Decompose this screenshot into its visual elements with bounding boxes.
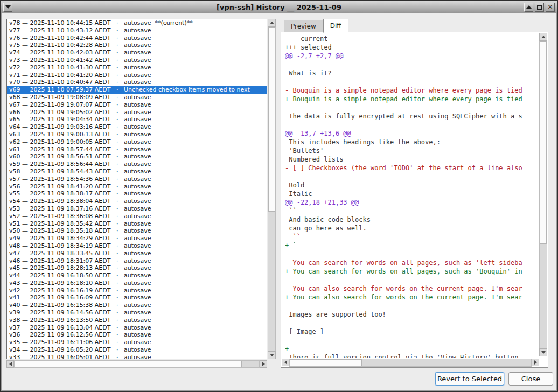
scrollbar-trough[interactable] bbox=[289, 359, 532, 367]
arrow-right-icon bbox=[534, 360, 537, 365]
list-item[interactable]: v77 — 2025-11-10 10:43:12 AEDT · autosav… bbox=[7, 27, 267, 34]
list-item[interactable]: v55 — 2025-11-09 18:38:17 AEDT · autosav… bbox=[7, 190, 267, 198]
scroll-up-button[interactable] bbox=[268, 19, 276, 27]
list-item[interactable]: v47 — 2025-11-09 18:33:45 AEDT · autosav… bbox=[7, 250, 267, 257]
tab-preview[interactable]: Preview bbox=[284, 20, 323, 32]
list-item[interactable]: v66 — 2025-11-09 19:05:02 AEDT · autosav… bbox=[7, 109, 267, 116]
diff-line: Italic bbox=[285, 190, 538, 198]
version-list-vertical-scrollbar[interactable] bbox=[268, 19, 276, 359]
list-item[interactable]: v46 — 2025-11-09 18:31:07 AEDT · autosav… bbox=[7, 257, 267, 265]
list-item[interactable]: v72 — 2025-11-10 10:41:30 AEDT · autosav… bbox=[7, 64, 267, 72]
list-item[interactable]: v67 — 2025-11-09 19:07:07 AEDT · autosav… bbox=[7, 101, 267, 109]
list-item[interactable]: v49 — 2025-11-09 18:34:29 AEDT · autosav… bbox=[7, 235, 267, 242]
list-item[interactable]: v71 — 2025-11-10 10:41:20 AEDT · autosav… bbox=[7, 72, 267, 79]
list-item[interactable]: v59 — 2025-11-09 18:56:44 AEDT · autosav… bbox=[7, 160, 267, 168]
maximize-button[interactable] bbox=[535, 3, 544, 12]
diff-horizontal-scrollbar[interactable] bbox=[282, 359, 539, 367]
list-item[interactable]: v61 — 2025-11-09 18:57:44 AEDT · autosav… bbox=[7, 146, 267, 153]
scrollbar-thumb[interactable] bbox=[15, 361, 242, 367]
close-icon: ✕ bbox=[547, 4, 553, 10]
shade-button[interactable] bbox=[524, 3, 533, 12]
list-item[interactable]: v42 — 2025-11-09 16:16:19 AEDT · autosav… bbox=[7, 287, 267, 295]
scrollbar-trough[interactable] bbox=[539, 41, 547, 348]
list-item[interactable]: v41 — 2025-11-09 16:16:09 AEDT · autosav… bbox=[7, 294, 267, 302]
list-item[interactable]: v56 — 2025-11-09 18:41:20 AEDT · autosav… bbox=[7, 183, 267, 191]
scrollbar-thumb[interactable] bbox=[268, 27, 275, 212]
diff-line: The data is fully encrypted at rest usin… bbox=[285, 112, 538, 121]
diff-line: --- current bbox=[285, 34, 538, 43]
diff-text[interactable]: --- current+++ selected@@ -2,7 +2,7 @@ W… bbox=[285, 34, 538, 358]
list-item[interactable]: v62 — 2025-11-09 19:00:05 AEDT · autosav… bbox=[7, 138, 267, 146]
list-item[interactable]: v38 — 2025-11-09 16:13:50 AEDT · autosav… bbox=[7, 317, 267, 324]
scroll-left-button[interactable] bbox=[282, 359, 289, 366]
history-window: [vpn-ssh] History __ 2025-11-09 ✕ v78 — … bbox=[0, 0, 558, 392]
diff-line bbox=[285, 319, 538, 327]
list-item[interactable]: v43 — 2025-11-09 16:18:10 AEDT · autosav… bbox=[7, 279, 267, 287]
scroll-right-button[interactable] bbox=[532, 359, 539, 366]
list-item[interactable]: v34 — 2025-11-09 16:05:20 AEDT · autosav… bbox=[7, 346, 267, 354]
list-item[interactable]: v58 — 2025-11-09 18:54:43 AEDT · autosav… bbox=[7, 168, 267, 176]
diff-line: - Bouquin is a simple notepad editor whe… bbox=[285, 86, 538, 95]
close-button[interactable]: Close bbox=[508, 372, 553, 386]
list-item[interactable]: v73 — 2025-11-10 10:41:42 AEDT · autosav… bbox=[7, 57, 267, 64]
list-item[interactable]: v57 — 2025-11-09 18:54:36 AEDT · autosav… bbox=[7, 176, 267, 183]
revert-to-selected-button[interactable]: Revert to Selected bbox=[435, 372, 504, 386]
list-item[interactable]: v76 — 2025-11-10 10:42:44 AEDT · autosav… bbox=[7, 34, 267, 42]
list-item[interactable]: v78 — 2025-11-10 10:44:15 AEDT · autosav… bbox=[7, 19, 267, 27]
maximize-icon bbox=[537, 5, 542, 10]
diff-line: can go here as well. bbox=[285, 224, 538, 233]
list-item[interactable]: v52 — 2025-11-09 18:36:08 AEDT · autosav… bbox=[7, 213, 267, 220]
list-item[interactable]: v60 — 2025-11-09 18:56:51 AEDT · autosav… bbox=[7, 153, 267, 160]
diff-panel: --- current+++ selected@@ -2,7 +2,7 @@ W… bbox=[281, 32, 548, 368]
list-item[interactable]: v70 — 2025-11-10 10:40:47 AEDT · autosav… bbox=[7, 79, 267, 86]
titlebar[interactable]: [vpn-ssh] History __ 2025-11-09 ✕ bbox=[1, 1, 557, 13]
list-item[interactable]: v64 — 2025-11-09 19:03:16 AEDT · autosav… bbox=[7, 123, 267, 131]
list-item[interactable]: v51 — 2025-11-09 18:35:42 AEDT · autosav… bbox=[7, 220, 267, 228]
list-item[interactable]: v48 — 2025-11-09 18:34:19 AEDT · autosav… bbox=[7, 242, 267, 250]
list-item[interactable]: v44 — 2025-11-09 16:18:50 AEDT · autosav… bbox=[7, 272, 267, 279]
list-item[interactable]: v36 — 2025-11-09 16:12:56 AEDT · autosav… bbox=[7, 331, 267, 339]
diff-line: And basic code blocks bbox=[285, 215, 538, 224]
version-list-horizontal-scrollbar[interactable] bbox=[6, 360, 267, 368]
list-item[interactable]: v50 — 2025-11-09 18:35:18 AEDT · autosav… bbox=[7, 227, 267, 235]
list-item[interactable]: v74 — 2025-11-10 10:42:03 AEDT · autosav… bbox=[7, 49, 267, 57]
diff-line: - `` bbox=[285, 233, 538, 241]
scrollbar-trough[interactable] bbox=[14, 360, 260, 368]
scroll-down-button[interactable] bbox=[268, 351, 276, 359]
window-title: [vpn-ssh] History __ 2025-11-09 bbox=[1, 1, 557, 13]
list-item[interactable]: v63 — 2025-11-09 19:00:13 AEDT · autosav… bbox=[7, 131, 267, 138]
scroll-right-button[interactable] bbox=[260, 360, 267, 368]
diff-line: @@ -2,7 +2,7 @@ bbox=[285, 52, 538, 60]
diff-line bbox=[285, 78, 538, 86]
list-item[interactable]: v40 — 2025-11-09 16:15:38 AEDT · autosav… bbox=[7, 302, 267, 309]
close-window-button[interactable]: ✕ bbox=[546, 3, 555, 12]
diff-line: - [ ] Checkboxes (the word 'TODO' at the… bbox=[285, 164, 538, 172]
diff-line: `` bbox=[285, 207, 538, 215]
scrollbar-thumb[interactable] bbox=[290, 359, 362, 366]
list-item[interactable]: v69 — 2025-11-10 07:59:37 AEDT · Uncheck… bbox=[7, 86, 267, 94]
scroll-up-button[interactable] bbox=[539, 33, 547, 41]
tab-diff[interactable]: Diff bbox=[323, 19, 348, 33]
list-item[interactable]: v53 — 2025-11-09 18:37:16 AEDT · autosav… bbox=[7, 205, 267, 213]
version-list[interactable]: v78 — 2025-11-10 10:44:15 AEDT · autosav… bbox=[6, 19, 267, 359]
list-item[interactable]: v68 — 2025-11-09 19:08:09 AEDT · autosav… bbox=[7, 94, 267, 101]
diff-line: 'Bullets' bbox=[285, 146, 538, 155]
list-item[interactable]: v54 — 2025-11-09 18:38:04 AEDT · autosav… bbox=[7, 198, 267, 205]
scrollbar-thumb[interactable] bbox=[540, 41, 547, 244]
diff-line: + You can also search for words on the c… bbox=[285, 293, 538, 302]
list-item[interactable]: v65 — 2025-11-09 19:04:34 AEDT · autosav… bbox=[7, 116, 267, 123]
list-item[interactable]: v37 — 2025-11-09 16:13:04 AEDT · autosav… bbox=[7, 324, 267, 332]
scrollbar-trough[interactable] bbox=[268, 27, 276, 351]
diff-vertical-scrollbar[interactable] bbox=[539, 33, 547, 356]
list-item[interactable]: v45 — 2025-11-09 18:28:13 AEDT · autosav… bbox=[7, 264, 267, 272]
diff-line: There is full version control via the 'V… bbox=[285, 353, 538, 358]
scroll-left-button[interactable] bbox=[6, 360, 14, 368]
diff-line: + ` bbox=[285, 241, 538, 250]
diff-line: Bold bbox=[285, 181, 538, 190]
list-item[interactable]: v75 — 2025-11-10 10:42:28 AEDT · autosav… bbox=[7, 41, 267, 49]
scroll-down-button[interactable] bbox=[539, 348, 547, 356]
list-item[interactable]: v35 — 2025-11-09 16:11:06 AEDT · autosav… bbox=[7, 339, 267, 346]
list-item[interactable]: v39 — 2025-11-09 16:14:56 AEDT · autosav… bbox=[7, 309, 267, 317]
list-item[interactable]: v33 — 2025-11-09 16:05:01 AEDT · autosav… bbox=[7, 354, 267, 359]
window-menu-button[interactable] bbox=[3, 3, 12, 12]
